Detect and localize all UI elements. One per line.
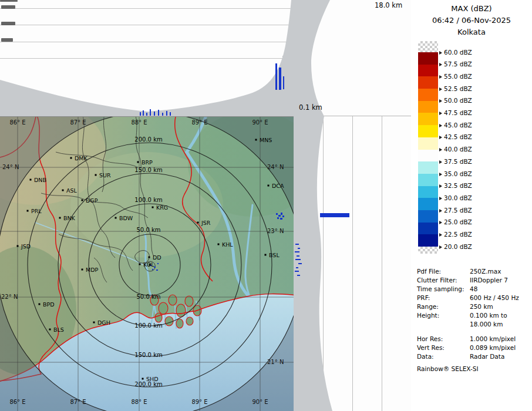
range-ring-label: 100.0 km [134, 322, 162, 329]
range-ring-label: 200.0 km [134, 381, 162, 388]
radar-map-panel: 86° E86° E87° E87° E88° E88° E89° E89° E… [0, 116, 294, 411]
city-label: DCA [272, 183, 284, 189]
radar-echo [283, 76, 284, 89]
city-marker [95, 174, 97, 176]
city-label: ASL [66, 187, 78, 194]
city-label: DNB [34, 177, 46, 183]
meta-label: Pdf File: [417, 268, 470, 275]
meta-value: 0.100 km to [470, 312, 507, 319]
meta-row: Clutter Filter:IIRDoppler 7 [417, 277, 531, 284]
city-marker [49, 329, 51, 331]
lon-label: 90° E [252, 399, 268, 405]
lon-label: 86° E [9, 119, 25, 126]
city-marker [152, 207, 154, 208]
city-marker [62, 190, 64, 191]
meta-row: Pdf File:250Z.max [417, 268, 531, 275]
lon-label: 89° E [191, 399, 207, 405]
meta-row: Range:250 km [417, 303, 531, 311]
city-label: DGH [97, 319, 110, 326]
meta-label: Height: [417, 312, 470, 319]
lon-label: 88° E [131, 399, 147, 405]
radar-echo [158, 110, 159, 116]
city-label: DGP [86, 197, 98, 204]
city-marker [82, 269, 83, 271]
range-ring-label: 200.0 km [134, 136, 162, 143]
radar-echo [170, 112, 171, 116]
city-label: BPD [43, 301, 55, 308]
radar-echo-cell [278, 215, 281, 217]
city-label: KOL [143, 261, 154, 268]
meta-row: Height:0.100 km to [417, 312, 531, 319]
lat-label: 22° N [1, 294, 18, 300]
vertical-profile-top-panel [0, 0, 294, 116]
meta-row: Vert Res:0.089 km/pixel [417, 344, 531, 352]
meta-row: PRF:600 Hz / 450 Hz [417, 294, 531, 302]
meta-label: Data: [417, 353, 470, 361]
legend-footer: Rainbow® SELEX-SI [417, 365, 479, 372]
radar-echo-cell [280, 218, 282, 220]
radar-echo [150, 109, 151, 116]
beam-coverage-mask-right [294, 116, 411, 411]
radar-echo [296, 267, 298, 268]
meta-label: Vert Res: [417, 344, 470, 352]
radar-map: 86° E86° E87° E87° E88° E88° E89° E89° E… [0, 117, 294, 411]
city-marker [115, 217, 117, 219]
beam-coverage-mask-top [0, 0, 294, 116]
city-marker [59, 217, 61, 219]
radar-echo [320, 213, 349, 217]
city-marker [17, 245, 19, 247]
radar-echo [275, 63, 277, 90]
radar-echo [146, 113, 147, 116]
city-label: BRP [142, 159, 153, 166]
city-marker [255, 139, 257, 141]
meta-value: 1.000 km/pixel [470, 335, 516, 342]
city-label: JSR [201, 220, 211, 226]
height-axis-max-label: 18.0 km [375, 1, 402, 9]
radar-echo [154, 112, 155, 116]
radar-echo [297, 255, 299, 257]
meta-value: IIRDoppler 7 [470, 277, 508, 284]
meta-value: 250 km [470, 303, 493, 310]
city-label: BSL [269, 252, 280, 258]
metadata-block: Pdf File:250Z.maxClutter Filter:IIRDoppl… [411, 0, 532, 411]
radar-echo [297, 275, 300, 276]
height-axis-min-label: 0.1 km [299, 103, 322, 112]
meta-label: Time sampling: [417, 285, 470, 293]
radar-echo [295, 271, 299, 272]
range-ring-label: 100.0 km [134, 197, 162, 203]
meta-label: Clutter Filter: [417, 277, 470, 284]
lon-label: 88° E [131, 119, 147, 126]
lon-label: 86° E [9, 399, 25, 405]
city-marker [70, 157, 72, 159]
meta-value: Radar Data [470, 353, 504, 360]
radar-max-display: 18.0 km 0.1 km [0, 0, 532, 411]
radar-echo [140, 112, 141, 116]
legend-panel: MAX (dBZ) 06:42 / 06-Nov-2025 Kolkata 60… [411, 0, 532, 411]
city-label: SHD [146, 376, 159, 382]
meta-label: PRF: [417, 294, 470, 302]
city-label: MNS [260, 137, 272, 143]
city-label: JSD [21, 243, 31, 250]
city-marker [30, 179, 32, 181]
radar-echo [162, 113, 163, 116]
lon-label: 89° E [191, 119, 207, 126]
lon-label: 87° E [70, 399, 86, 405]
beam-coverage-mask-corner [294, 0, 411, 116]
city-marker [27, 210, 29, 212]
lon-label: 90° E [252, 119, 268, 126]
vertical-profile-right-panel [294, 116, 411, 411]
radar-echo [295, 251, 299, 252]
radar-echo-cell [282, 215, 284, 217]
city-label: BLS [53, 326, 64, 333]
city-label: PRL [31, 208, 42, 214]
meta-row: Data:Radar Data [417, 353, 531, 361]
range-ring-label: 150.0 km [134, 167, 162, 173]
radar-echo [295, 244, 299, 245]
city-label: DMK [75, 155, 88, 161]
city-label: DD [153, 254, 161, 261]
meta-label: Range: [417, 303, 470, 311]
range-ring-label: 50.0 km [137, 227, 161, 233]
meta-value: 600 Hz / 450 Hz [470, 294, 519, 301]
city-marker [82, 200, 83, 201]
radar-echo-cell [156, 269, 158, 271]
